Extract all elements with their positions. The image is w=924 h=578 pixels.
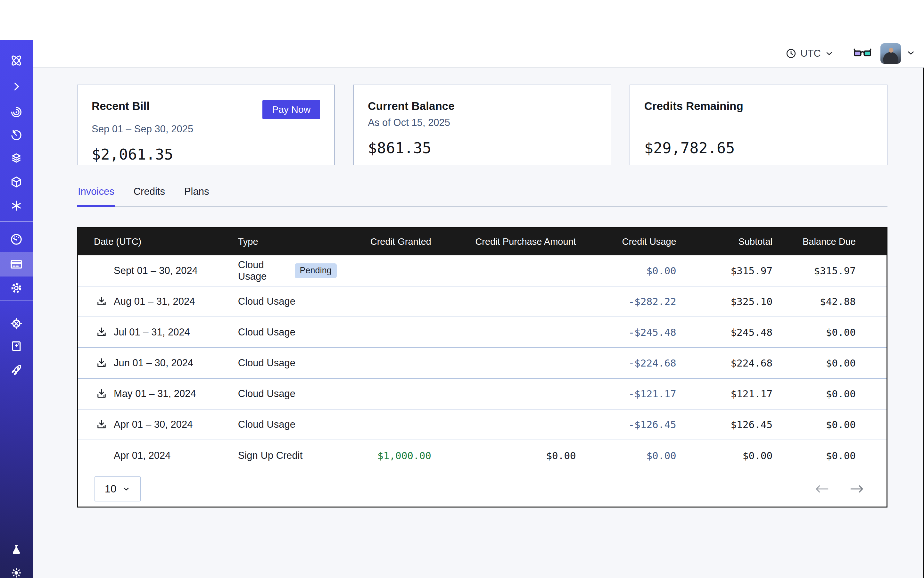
timezone-select[interactable]: UTC [786, 48, 834, 59]
sidebar-item-launch[interactable] [0, 358, 32, 383]
tab-credits[interactable]: Credits [133, 186, 166, 207]
chevron-down-icon [825, 49, 834, 58]
table-row: Aug 01 – 31, 2024 Cloud Usage -$282.22 $… [78, 286, 887, 317]
balance-due-value: $0.00 [773, 347, 887, 378]
table-row: Jun 01 – 30, 2024 Cloud Usage -$224.68 $… [78, 347, 887, 378]
card-subtitle: Sep 01 – Sep 30, 2025 [92, 123, 320, 135]
main-content: Billing Recent Bill Pay Now Sep 01 – Sep… [32, 40, 924, 508]
credit-purchase-value [431, 255, 576, 286]
subtotal-value: $224.68 [676, 347, 773, 378]
sidebar-item-history[interactable] [0, 123, 32, 148]
column-header-subtotal: Subtotal [676, 228, 773, 255]
sidebar-collapse-toggle[interactable] [0, 74, 32, 99]
card-subtitle [644, 117, 873, 129]
credit-purchase-value [431, 378, 576, 409]
card-subtitle: As of Oct 15, 2025 [368, 117, 596, 129]
credit-usage-value: -$224.68 [576, 347, 676, 378]
table-row: Apr 01 – 30, 2024 Cloud Usage -$126.45 $… [78, 409, 887, 440]
sidebar-item-docs[interactable] [0, 334, 32, 359]
column-header-type: Type [238, 228, 337, 255]
download-invoice-icon[interactable] [96, 326, 107, 338]
sidebar-item-settings[interactable] [0, 276, 32, 300]
credit-usage-value: -$282.22 [576, 286, 676, 317]
pay-now-button[interactable]: Pay Now [262, 100, 320, 119]
balance-due-value: $315.97 [773, 255, 887, 286]
summary-cards: Recent Bill Pay Now Sep 01 – Sep 30, 202… [77, 84, 887, 165]
sidebar-divider [0, 221, 32, 222]
status-badge: Pending [295, 263, 337, 278]
topbar: UTC [32, 40, 924, 68]
account-menu-button[interactable] [906, 48, 916, 59]
credit-purchase-value [431, 347, 576, 378]
credit-card-icon [10, 258, 23, 271]
theme-toggle[interactable] [0, 561, 32, 578]
card-title: Credits Remaining [644, 99, 743, 113]
sidebar-item-tracing[interactable] [0, 100, 32, 124]
sidebar-divider [0, 300, 32, 300]
download-invoice-icon[interactable] [96, 357, 107, 369]
credit-purchase-value [431, 286, 576, 317]
invoice-date: Jul 01 – 31, 2024 [114, 326, 190, 338]
invoice-date: Apr 01 – 30, 2024 [114, 419, 193, 430]
sidebar-item-usage[interactable] [0, 227, 32, 252]
column-header-credit-usage: Credit Usage [576, 228, 676, 255]
balance-due-value: $0.00 [773, 409, 887, 440]
table-header-row: Date (UTC) Type Credit Granted Credit Pu… [78, 228, 887, 255]
download-invoice-icon[interactable] [96, 419, 107, 430]
app-logo[interactable] [0, 49, 32, 73]
credit-granted-value [337, 409, 431, 440]
credit-usage-value: -$121.17 [576, 378, 676, 409]
credits-remaining-card: Credits Remaining $29,782.65 [630, 84, 887, 165]
sidebar-item-layers[interactable] [0, 146, 32, 170]
download-invoice-icon[interactable] [96, 296, 107, 307]
balance-due-value: $0.00 [773, 440, 887, 471]
subtotal-value: $325.10 [676, 286, 773, 317]
table-row: Sept 01 – 30, 2024 Cloud UsagePending $0… [78, 255, 887, 286]
current-balance-card: Current Balance As of Oct 15, 2025 $861.… [353, 84, 611, 165]
history-clock-icon [10, 129, 23, 141]
tab-invoices[interactable]: Invoices [77, 186, 115, 207]
pagination-controls [815, 484, 864, 494]
clock-icon [786, 48, 796, 59]
orbit-logo-icon [9, 53, 24, 68]
sidebar-item-labs[interactable] [0, 537, 32, 562]
tab-plans[interactable]: Plans [183, 186, 210, 207]
chevron-down-icon [122, 485, 130, 493]
invoice-date: Sept 01 – 30, 2024 [114, 265, 198, 276]
credit-granted-value [337, 255, 431, 286]
card-title: Recent Bill [92, 99, 149, 113]
balance-due-value: $42.88 [773, 286, 887, 317]
book-sparkle-icon [10, 340, 23, 353]
invoice-type: Cloud Usage [238, 347, 337, 378]
column-header-credit-granted: Credit Granted [337, 228, 431, 255]
invoices-table-container: Date (UTC) Type Credit Granted Credit Pu… [77, 227, 887, 508]
column-header-credit-purchase: Credit Purchase Amount [431, 228, 576, 255]
subtotal-value: $0.00 [676, 440, 773, 471]
sidebar-item-billing[interactable] [0, 252, 32, 276]
download-placeholder [96, 265, 107, 276]
flask-icon [10, 543, 23, 556]
previous-page-arrow-icon[interactable] [815, 484, 829, 494]
next-page-arrow-icon[interactable] [850, 484, 864, 494]
user-avatar[interactable] [880, 43, 901, 64]
invoice-type: Cloud Usage [238, 409, 337, 440]
reader-mode-button[interactable] [854, 47, 872, 60]
gauge-icon [10, 232, 23, 246]
sidebar-item-support[interactable] [0, 312, 32, 336]
download-invoice-icon[interactable] [96, 388, 107, 399]
sidebar-item-functions[interactable] [0, 193, 32, 218]
credit-granted-value [337, 286, 431, 317]
gear-icon [10, 281, 23, 295]
sidebar-item-packages[interactable] [0, 170, 32, 194]
credit-purchase-value [431, 317, 576, 347]
glasses-icon [854, 47, 872, 58]
recent-bill-card: Recent Bill Pay Now Sep 01 – Sep 30, 202… [77, 84, 335, 165]
subtotal-value: $245.48 [676, 317, 773, 347]
spiral-icon [10, 106, 23, 119]
credit-granted-value: $1,000.00 [337, 440, 431, 471]
page-size-value: 10 [105, 483, 117, 495]
timezone-label: UTC [801, 48, 821, 59]
balance-due-value: $0.00 [773, 378, 887, 409]
page-size-select[interactable]: 10 [94, 476, 141, 502]
billing-page: $ UTC [0, 40, 924, 578]
